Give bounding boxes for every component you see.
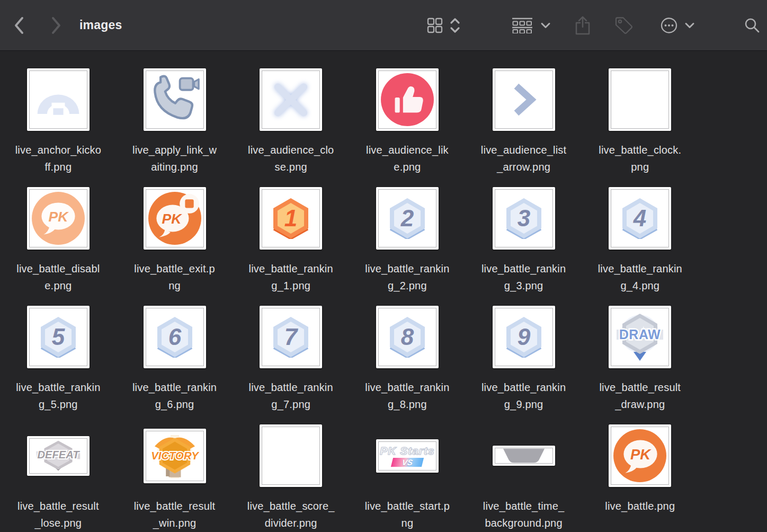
file-thumbnail[interactable]: PK <box>609 424 671 487</box>
file-thumbnail[interactable] <box>493 68 555 131</box>
file-name[interactable]: live_anchor_kickoff.png <box>15 141 101 175</box>
file-thumbnail[interactable]: DRAW <box>609 306 671 368</box>
file-name[interactable]: live_battle_result_win.png <box>134 498 216 531</box>
file-thumbnail[interactable] <box>493 446 555 466</box>
file-item[interactable]: 8 live_battle_ranking_8.png <box>349 306 466 413</box>
thumbs-up-icon <box>380 73 434 127</box>
file-name[interactable]: live_audience_close.png <box>248 141 334 175</box>
file-item[interactable]: live_anchor_kickoff.png <box>0 68 117 175</box>
file-name[interactable]: live_battle_time_background.png <box>483 498 565 531</box>
file-name[interactable]: live_audience_list_arrow.png <box>481 141 566 175</box>
file-thumbnail[interactable]: VICTORY <box>144 429 206 483</box>
file-thumbnail[interactable] <box>260 68 322 131</box>
file-thumbnail[interactable] <box>27 68 90 131</box>
view-grid-button[interactable] <box>426 0 444 50</box>
file-thumbnail[interactable]: 2 <box>376 187 439 250</box>
file-name[interactable]: live_battle_ranking_7.png <box>249 379 333 413</box>
file-thumbnail[interactable]: 8 <box>376 306 439 368</box>
time-pill-icon <box>496 448 552 463</box>
file-name[interactable]: live_battle_ranking_3.png <box>481 260 566 294</box>
file-thumbnail[interactable]: 4 <box>609 187 671 250</box>
file-name[interactable]: live_battle_ranking_6.png <box>132 379 217 413</box>
file-thumbnail[interactable]: PK Starts VS <box>376 439 439 473</box>
file-name[interactable]: live_battle_exit.png <box>134 260 215 294</box>
file-item[interactable]: PK live_battle_disable.png <box>0 187 117 294</box>
file-thumbnail[interactable]: 7 <box>260 306 322 368</box>
file-item[interactable]: DRAW live_battle_result_draw.png <box>582 306 698 413</box>
file-name[interactable]: live_battle_disable.png <box>16 260 100 294</box>
file-name[interactable]: live_battle_score_divider.png <box>247 498 335 531</box>
file-name[interactable]: live_battle_result_lose.png <box>17 498 99 531</box>
rank-hexagon-blue-icon: 2 <box>389 198 425 239</box>
file-item[interactable]: live_battle_score_divider.png <box>233 424 349 531</box>
file-item[interactable]: 4 live_battle_ranking_4.png <box>582 187 698 294</box>
file-thumbnail[interactable]: DEFEAT <box>27 436 90 476</box>
file-thumbnail[interactable]: 1 <box>260 187 322 250</box>
pk-bubble-icon: PK <box>613 429 667 483</box>
file-thumbnail[interactable] <box>260 424 322 487</box>
group-view-button[interactable] <box>511 0 534 50</box>
file-item[interactable]: live_audience_like.png <box>349 68 466 175</box>
svg-text:DEFEAT: DEFEAT <box>37 449 80 460</box>
file-item[interactable]: live_apply_link_waiting.png <box>117 68 233 175</box>
file-name[interactable]: live_battle_ranking_8.png <box>365 379 449 413</box>
svg-text:PK: PK <box>630 446 652 463</box>
more-menu-button[interactable] <box>683 0 696 50</box>
svg-text:PK: PK <box>48 209 69 225</box>
sort-updown-icon <box>449 17 461 34</box>
file-name[interactable]: live_battle_ranking_2.png <box>365 260 449 294</box>
search-button[interactable] <box>743 0 762 50</box>
file-name[interactable]: live_battle_ranking_4.png <box>598 260 682 294</box>
file-item[interactable]: live_audience_close.png <box>233 68 349 175</box>
file-thumbnail[interactable] <box>376 68 439 131</box>
svg-text:5: 5 <box>52 324 65 350</box>
file-name[interactable]: live_battle_clock.png <box>599 141 681 175</box>
file-name[interactable]: live_audience_like.png <box>366 141 449 175</box>
file-item[interactable]: 7 live_battle_ranking_7.png <box>233 306 349 413</box>
file-item[interactable]: PK live_battle.png <box>582 424 698 531</box>
file-item[interactable]: 1 live_battle_ranking_1.png <box>233 187 349 294</box>
file-name[interactable]: live_battle_start.png <box>365 498 450 531</box>
tag-icon <box>614 16 634 35</box>
file-item[interactable]: 6 live_battle_ranking_6.png <box>117 306 233 413</box>
file-grid: live_anchor_kickoff.png live_apply_link_… <box>0 51 767 531</box>
file-name[interactable]: live_battle_ranking_5.png <box>16 379 100 413</box>
file-item[interactable]: 9 live_battle_ranking_9.png <box>466 306 582 413</box>
file-thumbnail[interactable]: PK <box>144 187 206 250</box>
more-actions-button[interactable] <box>659 0 679 50</box>
file-item[interactable]: live_battle_time_background.png <box>466 424 582 531</box>
blank-thumbnail <box>262 427 320 485</box>
file-name[interactable]: live_battle_result_draw.png <box>599 379 681 413</box>
file-item[interactable]: VICTORY live_battle_result_win.png <box>117 424 233 531</box>
back-button[interactable] <box>10 0 29 50</box>
file-item[interactable]: DEFEAT live_battle_result_lose.png <box>0 424 117 531</box>
file-thumbnail[interactable]: 5 <box>27 306 90 368</box>
pk-bubble-faded-icon: PK <box>31 191 85 245</box>
file-thumbnail[interactable]: 6 <box>144 306 206 368</box>
forward-button[interactable] <box>47 0 66 50</box>
file-name[interactable]: live_battle.png <box>605 498 675 515</box>
search-icon <box>744 17 761 34</box>
file-name[interactable]: live_battle_ranking_1.png <box>249 260 333 294</box>
chevron-down-icon <box>684 22 695 29</box>
file-name[interactable]: live_battle_ranking_9.png <box>481 379 566 413</box>
file-item[interactable]: live_audience_list_arrow.png <box>466 68 582 175</box>
svg-text:1: 1 <box>284 205 297 231</box>
file-thumbnail[interactable] <box>609 68 671 131</box>
file-name[interactable]: live_apply_link_waiting.png <box>132 141 217 175</box>
group-menu-button[interactable] <box>539 0 552 50</box>
file-item[interactable]: 5 live_battle_ranking_5.png <box>0 306 117 413</box>
file-item[interactable]: PK live_battle_exit.png <box>117 187 233 294</box>
file-thumbnail[interactable] <box>144 68 206 131</box>
rank-hexagon-blue-icon: 9 <box>506 316 542 358</box>
file-item[interactable]: live_battle_clock.png <box>582 68 698 175</box>
file-thumbnail[interactable]: PK <box>27 187 90 250</box>
view-sort-button[interactable] <box>448 0 462 50</box>
file-item[interactable]: PK Starts VS live_battle_start.png <box>349 424 466 531</box>
tags-button[interactable] <box>613 0 635 50</box>
file-thumbnail[interactable]: 9 <box>493 306 555 368</box>
share-button[interactable] <box>573 0 592 50</box>
file-thumbnail[interactable]: 3 <box>493 187 555 250</box>
file-item[interactable]: 2 live_battle_ranking_2.png <box>349 187 466 294</box>
file-item[interactable]: 3 live_battle_ranking_3.png <box>466 187 582 294</box>
